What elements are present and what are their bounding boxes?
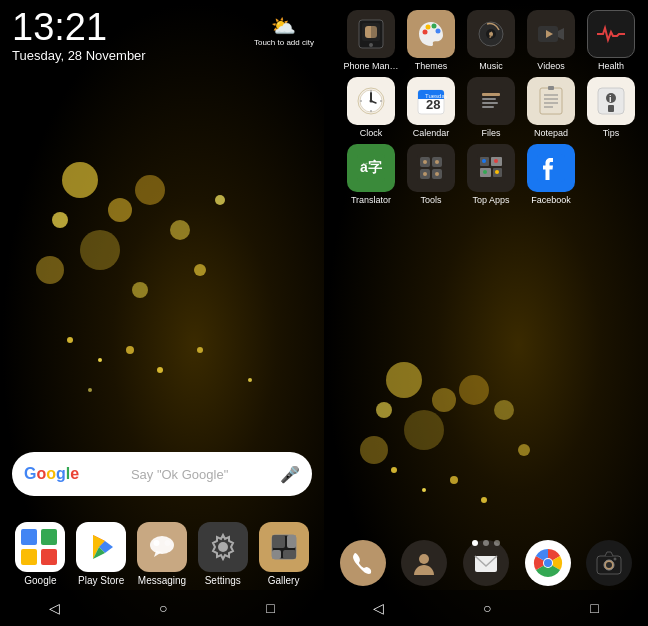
grid-app-topapps[interactable]: Top Apps [462,144,520,205]
svg-point-93 [423,160,427,164]
svg-rect-71 [482,93,500,96]
grid-app-notepad[interactable]: Notepad [522,77,580,138]
grid-app-music[interactable]: ♪ Music [462,10,520,71]
mail-icon-right [463,540,509,586]
svg-point-33 [459,375,489,405]
status-bar: 13:21 Tuesday, 28 November [12,8,146,63]
svg-point-12 [126,346,134,354]
health-icon [587,10,635,58]
facebook-icon [527,144,575,192]
svg-rect-27 [287,535,296,548]
dock-label-google: Google [24,575,56,586]
dock-app-gallery[interactable]: Gallery [259,522,309,586]
svg-point-36 [518,444,530,456]
grid-app-facebook[interactable]: Facebook [522,144,580,205]
touch-to-add[interactable]: Touch to add city [254,38,314,47]
svg-point-30 [386,362,422,398]
svg-point-5 [170,220,190,240]
nav-bar-left: ◁ ○ □ [0,590,324,626]
dock-app-settings[interactable]: Settings [198,522,248,586]
svg-rect-84 [608,105,614,112]
facebook-label: Facebook [531,195,571,205]
tips-label: Tips [603,128,620,138]
recents-button-left[interactable]: □ [266,600,274,616]
svg-text:↔: ↔ [361,159,369,168]
svg-point-8 [132,282,148,298]
bottom-camera-right[interactable] [586,540,632,586]
svg-point-38 [391,467,397,473]
grid-app-health[interactable]: Health [582,10,640,71]
bottom-phone-right[interactable] [340,540,386,586]
svg-rect-70 [479,89,503,113]
svg-point-0 [62,162,98,198]
svg-point-46 [426,25,431,30]
weather-row: ⛅ Touch to add city [254,14,314,47]
svg-point-104 [483,170,487,174]
bottom-chrome-right[interactable] [525,540,571,586]
mic-icon[interactable]: 🎤 [280,465,300,484]
page-dots-left [154,540,171,546]
svg-point-115 [606,562,612,568]
svg-point-3 [135,175,165,205]
dock-app-google[interactable]: Google [15,522,65,586]
svg-rect-26 [272,535,285,548]
grid-app-translator[interactable]: a字 ↔ Translator [342,144,400,205]
left-screen: 13:21 Tuesday, 28 November ⛅ Touch to ad… [0,0,324,626]
messaging-icon [137,522,187,572]
svg-text:28: 28 [426,97,440,112]
dot-r3 [494,540,500,546]
back-button-right[interactable]: ◁ [373,600,384,616]
music-icon: ♪ [467,10,515,58]
grid-app-calendar[interactable]: Tuesday 28 Calendar [402,77,460,138]
home-button-left[interactable]: ○ [159,600,167,616]
dock-app-playstore[interactable]: Play Store [76,522,126,586]
grid-app-videos[interactable]: Videos [522,10,580,71]
svg-point-94 [435,160,439,164]
svg-point-48 [436,29,441,34]
svg-point-35 [494,400,514,420]
music-label: Music [479,61,503,71]
svg-rect-72 [482,98,496,100]
home-button-right[interactable]: ○ [483,600,491,616]
svg-point-103 [494,159,498,163]
svg-point-10 [67,337,73,343]
bottom-contacts-right[interactable] [401,540,447,586]
grid-app-tips[interactable]: i Tips [582,77,640,138]
svg-point-44 [369,43,373,47]
topapps-label: Top Apps [472,195,509,205]
svg-point-116 [614,558,617,561]
grid-app-files[interactable]: Files [462,77,520,138]
google-search-bar[interactable]: Google Say "Ok Google" 🎤 [12,452,312,496]
tools-label: Tools [420,195,441,205]
notepad-label: Notepad [534,128,568,138]
svg-rect-80 [548,86,554,90]
dock-app-messaging[interactable]: Messaging [137,522,187,586]
calendar-label: Calendar [413,128,450,138]
grid-app-themes[interactable]: Themes [402,10,460,71]
bottom-icons-right [324,540,648,586]
svg-point-96 [435,172,439,176]
tips-icon: i [587,77,635,125]
grid-app-tools[interactable]: Tools [402,144,460,205]
svg-marker-54 [558,28,564,40]
svg-text:i: i [609,94,612,104]
clock-label: Clock [360,128,383,138]
dock-label-playstore: Play Store [78,575,124,586]
svg-point-13 [157,367,163,373]
back-button-left[interactable]: ◁ [49,600,60,616]
grid-app-clock[interactable]: Clock [342,77,400,138]
recents-button-right[interactable]: □ [590,600,598,616]
google-logo: Google [24,465,79,483]
dot-r1 [472,540,478,546]
bottom-mail-right[interactable] [463,540,509,586]
svg-point-11 [98,358,102,362]
svg-point-41 [481,497,487,503]
notepad-icon [527,77,575,125]
svg-point-105 [495,170,499,174]
svg-point-31 [432,388,456,412]
svg-rect-28 [272,550,281,559]
svg-point-45 [423,30,428,35]
page-dots-right [472,540,500,546]
files-icon [467,77,515,125]
grid-app-phoneman[interactable]: Phone Man… [342,10,400,71]
